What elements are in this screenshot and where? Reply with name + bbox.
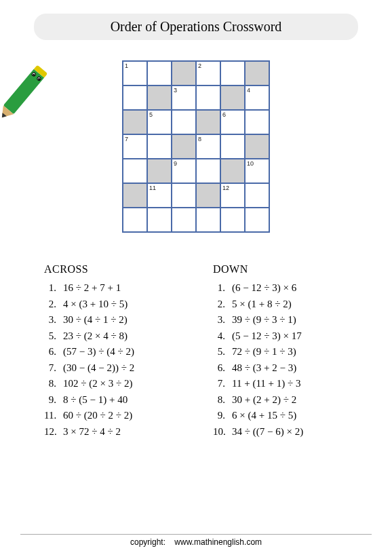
clue-number: 5. <box>44 330 63 342</box>
clue-row: 11.60 ÷ (20 ÷ 2 ÷ 2) <box>44 410 179 421</box>
clue-text: 8 ÷ (5 − 1) + 40 <box>63 394 179 406</box>
clue-text: 30 + (2 + 2) ÷ 2 <box>232 394 348 406</box>
crossword-grid-container: 123456789101112 <box>20 60 372 233</box>
clue-text: (57 − 3) ÷ (4 ÷ 2) <box>63 346 179 358</box>
cell-number: 9 <box>174 160 177 167</box>
crossword-cell: 2 <box>196 61 220 85</box>
clue-row: 6.48 ÷ (3 + 2 − 3) <box>213 362 348 374</box>
crossword-cell <box>172 110 196 134</box>
crossword-cell <box>245 110 269 134</box>
crossword-cell <box>147 134 172 159</box>
clue-row: 7.(30 − (4 − 2)) ÷ 2 <box>44 362 179 374</box>
clue-number: 7. <box>213 378 232 389</box>
clues-section: ACROSS 1.16 ÷ 2 + 7 + 12.4 × (3 + 10 ÷ 5… <box>20 263 372 442</box>
clue-number: 5. <box>213 346 232 358</box>
clue-number: 9. <box>44 394 63 406</box>
clue-text: 16 ÷ 2 + 7 + 1 <box>63 282 179 294</box>
across-list: 1.16 ÷ 2 + 7 + 12.4 × (3 + 10 ÷ 5)3.30 ÷… <box>44 282 179 438</box>
clue-row: 5.23 ÷ (2 × 4 ÷ 8) <box>44 330 179 342</box>
cell-number: 1 <box>125 62 128 69</box>
clue-text: 11 + (11 + 1) ÷ 3 <box>232 378 348 389</box>
crossword-cell: 3 <box>172 85 196 110</box>
clue-row: 2.5 × (1 + 8 ÷ 2) <box>213 299 348 310</box>
crossword-cell: 10 <box>245 159 269 183</box>
crossword-cell <box>245 134 269 159</box>
footer: copyright: www.mathinenglish.com <box>0 534 392 547</box>
cell-number: 8 <box>198 136 201 142</box>
crossword-cell <box>123 183 147 208</box>
crossword-cell <box>220 61 245 85</box>
crossword-cell <box>123 110 147 134</box>
cell-number: 7 <box>125 136 128 142</box>
crossword-cell <box>172 61 196 85</box>
crossword-cell: 12 <box>220 183 245 208</box>
crossword-cell <box>220 85 245 110</box>
clue-row: 12.3 × 72 ÷ 4 ÷ 2 <box>44 426 179 438</box>
clue-text: (5 − 12 ÷ 3) × 17 <box>232 330 348 342</box>
cell-number: 12 <box>222 185 229 191</box>
crossword-cell <box>147 85 172 110</box>
crossword-cell: 5 <box>147 110 172 134</box>
clue-number: 6. <box>44 346 63 358</box>
crossword-cell: 4 <box>245 85 269 110</box>
clue-number: 3. <box>213 314 232 326</box>
clue-row: 6.(57 − 3) ÷ (4 ÷ 2) <box>44 346 179 358</box>
clue-text: (30 − (4 − 2)) ÷ 2 <box>63 362 179 374</box>
clue-text: 34 ÷ ((7 − 6) × 2) <box>232 426 348 438</box>
clue-row: 5.72 ÷ (9 ÷ 1 ÷ 3) <box>213 346 348 358</box>
clue-row: 9.6 × (4 + 15 ÷ 5) <box>213 410 348 421</box>
cell-number: 5 <box>149 111 153 118</box>
clue-row: 3.30 ÷ (4 ÷ 1 ÷ 2) <box>44 314 179 326</box>
clue-number: 1. <box>213 282 232 294</box>
cell-number: 11 <box>149 185 156 191</box>
clue-number: 3. <box>44 314 63 326</box>
crossword-cell <box>123 208 147 232</box>
copyright-label: copyright: <box>130 537 165 547</box>
clue-row: 4.(5 − 12 ÷ 3) × 17 <box>213 330 348 342</box>
clue-text: 39 ÷ (9 ÷ 3 ÷ 1) <box>232 314 348 326</box>
clue-number: 9. <box>213 410 232 421</box>
crossword-cell <box>220 134 245 159</box>
crossword-cell <box>220 159 245 183</box>
crossword-cell: 6 <box>220 110 245 134</box>
clue-text: 60 ÷ (20 ÷ 2 ÷ 2) <box>63 410 179 421</box>
clue-text: 23 ÷ (2 × 4 ÷ 8) <box>63 330 179 342</box>
cell-number: 4 <box>247 87 250 94</box>
down-header: DOWN <box>213 263 348 275</box>
crossword-cell <box>172 183 196 208</box>
clue-text: 30 ÷ (4 ÷ 1 ÷ 2) <box>63 314 179 326</box>
crossword-cell: 11 <box>147 183 172 208</box>
clue-row: 7.11 + (11 + 1) ÷ 3 <box>213 378 348 389</box>
clue-number: 6. <box>213 362 232 374</box>
cell-number: 6 <box>222 111 226 118</box>
worksheet-title: Order of Operations Crossword <box>34 14 358 40</box>
clue-row: 8.102 ÷ (2 × 3 ÷ 2) <box>44 378 179 389</box>
crossword-cell <box>172 208 196 232</box>
crossword-grid: 123456789101112 <box>122 60 270 233</box>
crossword-cell <box>220 208 245 232</box>
site-url: www.mathinenglish.com <box>174 537 262 547</box>
crossword-cell <box>172 134 196 159</box>
clue-number: 2. <box>213 299 232 310</box>
crossword-cell <box>196 110 220 134</box>
crossword-cell <box>196 159 220 183</box>
across-header: ACROSS <box>44 263 179 275</box>
crossword-cell: 8 <box>196 134 220 159</box>
crossword-cell <box>147 61 172 85</box>
clue-row: 9.8 ÷ (5 − 1) + 40 <box>44 394 179 406</box>
cell-number: 2 <box>198 62 201 69</box>
crossword-cell <box>245 183 269 208</box>
clue-number: 7. <box>44 362 63 374</box>
clue-number: 8. <box>213 394 232 406</box>
crossword-cell <box>245 61 269 85</box>
clue-text: 4 × (3 + 10 ÷ 5) <box>63 299 179 310</box>
crossword-cell <box>245 208 269 232</box>
cell-number: 10 <box>247 160 254 167</box>
crossword-cell: 1 <box>123 61 147 85</box>
crossword-cell <box>123 159 147 183</box>
clue-number: 2. <box>44 299 63 310</box>
clue-number: 4. <box>213 330 232 342</box>
clue-number: 11. <box>44 410 63 421</box>
cell-number: 3 <box>174 87 177 94</box>
crossword-cell <box>147 208 172 232</box>
